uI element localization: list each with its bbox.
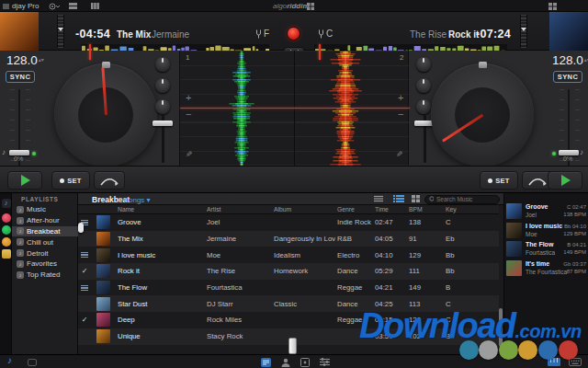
albums-icon[interactable] bbox=[300, 358, 310, 367]
queue-panel: GrooveJoelC 02:47138 BPMI love musicMoeB… bbox=[503, 193, 588, 354]
search-icon bbox=[429, 196, 434, 202]
deck2-jog-wheel[interactable] bbox=[431, 63, 534, 167]
track-row[interactable]: I love musicMoeIdealismElectro04:10129Bb bbox=[78, 247, 499, 263]
playlist-icon: ♪ bbox=[17, 217, 24, 224]
deck2-play-button[interactable] bbox=[548, 171, 582, 190]
playlist-item-top-rated[interactable]: ♪Top Rated bbox=[12, 270, 78, 281]
source-itunes-icon[interactable] bbox=[2, 213, 11, 223]
queue-view-icon-active[interactable] bbox=[261, 358, 271, 367]
track-row[interactable]: Star DustDJ StarrClassicDance04:25113C bbox=[78, 295, 499, 312]
deck1-jog-wheel[interactable] bbox=[54, 63, 157, 167]
queue-item[interactable]: The FlowFourtasticaB 04:21149 BPM bbox=[504, 240, 588, 259]
track-row[interactable]: The MixJermaineDangerously In LoveR&B04:… bbox=[78, 231, 499, 247]
vertical-layout-icon[interactable] bbox=[91, 3, 99, 9]
view-list-icon[interactable] bbox=[374, 195, 383, 202]
row-marker-check: ✓ bbox=[78, 316, 91, 324]
track-time: 04:05 bbox=[373, 235, 407, 243]
search-box[interactable] bbox=[424, 195, 500, 204]
source-files-folder-icon[interactable] bbox=[2, 249, 11, 259]
deck2-zoom-out-button[interactable]: − bbox=[398, 109, 403, 119]
mini-player-icon[interactable] bbox=[28, 359, 37, 366]
track-row[interactable]: The FlowFourtasticaReggae04:21149B bbox=[78, 280, 499, 296]
keyboard-icon-menu[interactable] bbox=[548, 3, 557, 10]
playlist-item-after-hour[interactable]: ♪After-hour bbox=[12, 215, 78, 226]
deck1-edit-beatgrid-button[interactable]: ✎ bbox=[186, 150, 193, 159]
crossfader-handle[interactable] bbox=[288, 338, 297, 354]
library-music-note-icon[interactable]: ♪ bbox=[7, 355, 12, 365]
deck1-eq-hi-knob[interactable] bbox=[155, 57, 170, 72]
deck1-zoom-out-button[interactable]: − bbox=[186, 109, 191, 119]
deck2-eq-low-knob[interactable] bbox=[416, 99, 431, 114]
artists-person-icon[interactable] bbox=[281, 358, 290, 367]
record-button[interactable] bbox=[287, 27, 300, 40]
horizontal-layout-icon[interactable] bbox=[69, 3, 77, 9]
album-art-thumbnail bbox=[96, 232, 110, 246]
keyboard-shortcuts-icon[interactable] bbox=[569, 358, 582, 366]
deck2-cue-set-button[interactable]: SET bbox=[480, 171, 518, 190]
track-artist: Joel bbox=[205, 218, 272, 226]
track-bpm: 111 bbox=[407, 267, 444, 275]
deck1-eq-mid-knob[interactable] bbox=[155, 78, 170, 93]
track-album: Classic bbox=[272, 300, 335, 308]
view-grid-icon[interactable] bbox=[412, 195, 420, 202]
queue-item[interactable]: It's timeThe FourtasticaGb 03:3787 BPM bbox=[504, 259, 588, 278]
track-row[interactable]: ✓Rock itThe RiseHomeworkDance05:29111Bb bbox=[78, 263, 499, 280]
deck1-album-art bbox=[0, 12, 39, 51]
deck1-cue-set-button[interactable]: SET bbox=[51, 171, 90, 190]
playlist-item-breakbeat[interactable]: ♪Breakbeat bbox=[12, 226, 78, 237]
album-art-thumbnail bbox=[96, 215, 110, 229]
column-header-album[interactable]: Album bbox=[272, 206, 335, 213]
column-header-bpm[interactable]: BPM bbox=[407, 206, 444, 213]
queue-item[interactable]: I love musicMoeBb 04:10129 BPM bbox=[504, 222, 588, 240]
playlist-item-music[interactable]: ♪Music bbox=[12, 204, 78, 215]
deck2-eq-hi-knob[interactable] bbox=[416, 57, 431, 72]
playlist-label: Favorites bbox=[27, 259, 57, 268]
track-name: Rock it bbox=[116, 267, 205, 275]
track-bpm: 91 bbox=[407, 235, 444, 243]
playlist-item-favorites[interactable]: ♪Favorites bbox=[12, 259, 78, 270]
playlist-label: Music bbox=[27, 205, 46, 213]
grid-icon[interactable] bbox=[307, 3, 314, 10]
deck2-zoom-in-button[interactable]: + bbox=[398, 93, 403, 102]
deck1-volume-handle[interactable] bbox=[153, 121, 173, 126]
column-header-name[interactable]: Name bbox=[116, 206, 205, 213]
column-header-time[interactable]: Time bbox=[373, 206, 407, 213]
cue-dot-icon bbox=[488, 178, 492, 183]
table-scrollbar-thumb[interactable] bbox=[499, 308, 503, 347]
view-detail-list-icon-active[interactable] bbox=[393, 195, 404, 202]
source-djay-library-icon[interactable]: ♪ bbox=[2, 199, 11, 208]
play-icon bbox=[21, 175, 30, 186]
midi-keyboard-icon-active[interactable] bbox=[548, 358, 560, 366]
playlist-label: Breakbeat bbox=[27, 227, 60, 236]
hamburger-menu-icon[interactable] bbox=[3, 4, 9, 9]
deck1-sync-button[interactable]: SYNC bbox=[6, 71, 35, 83]
track-artist: DJ Starr bbox=[205, 300, 272, 308]
playlist-item-detroit[interactable]: ♪Detroit bbox=[12, 247, 78, 259]
track-row[interactable]: GrooveJoelIndie Rock02:47138C bbox=[78, 214, 499, 231]
source-select-icon[interactable] bbox=[49, 3, 60, 10]
deck1-track-artist: Jermaine bbox=[152, 29, 189, 40]
track-key: Eb bbox=[444, 235, 499, 243]
deck2-bpm-display[interactable]: 128.0▴▾ bbox=[552, 53, 588, 67]
playlist-item-chill-out[interactable]: ♪Chill out bbox=[12, 236, 78, 247]
deck2-edit-beatgrid-button[interactable]: ✎ bbox=[396, 150, 403, 159]
deck1-zoom-in-button[interactable]: + bbox=[186, 93, 191, 102]
playlist-sliders-icon[interactable] bbox=[320, 358, 330, 366]
search-input[interactable] bbox=[436, 196, 495, 202]
column-header-genre[interactable]: Genre bbox=[335, 206, 373, 213]
deck2-eq-mid-knob[interactable] bbox=[416, 78, 431, 93]
queue-item[interactable]: GrooveJoelC 02:47138 BPM bbox=[504, 202, 588, 221]
deck1-cue-jump-button[interactable] bbox=[94, 171, 125, 190]
deck2-sync-button[interactable]: SYNC bbox=[553, 71, 582, 83]
track-row[interactable]: ✓DeepRock MilesReggae03:15126C bbox=[78, 312, 499, 328]
column-header-key[interactable]: Key bbox=[444, 206, 499, 213]
deck1-eq-low-knob[interactable] bbox=[155, 99, 170, 114]
source-spotify-icon[interactable] bbox=[2, 225, 11, 235]
deck1-play-button[interactable] bbox=[7, 171, 42, 190]
queue-track-artist: Fourtastica bbox=[526, 249, 555, 256]
deck1-bpm-display[interactable]: 128.0▴▾ bbox=[6, 53, 44, 67]
column-header-artist[interactable]: Artist bbox=[205, 206, 272, 213]
playlist-song-count[interactable]: 9 Songs ▾ bbox=[118, 196, 151, 204]
track-genre: Dance bbox=[335, 267, 373, 275]
source-soundcloud-icon[interactable] bbox=[2, 237, 11, 247]
